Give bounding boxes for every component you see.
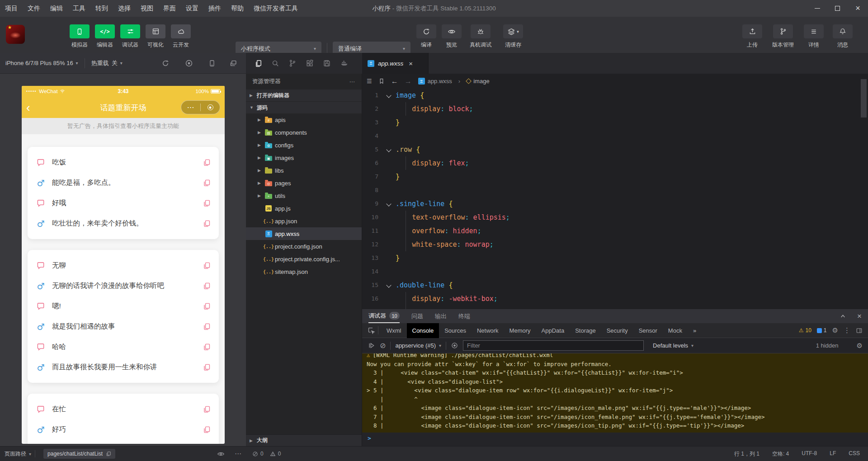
devtools-tab-Mock[interactable]: Mock bbox=[663, 323, 688, 338]
minimize-button[interactable] bbox=[807, 0, 827, 17]
file-row-app.js[interactable]: JSapp.js bbox=[246, 202, 362, 215]
tab-debugger[interactable]: 调试器 10 bbox=[368, 309, 400, 323]
multi-window-button[interactable] bbox=[229, 59, 237, 67]
code-line[interactable]: 11 overflow: hidden; bbox=[362, 224, 868, 238]
chat-row[interactable]: ♂而且故事很长我要用一生来和你讲 bbox=[28, 357, 219, 377]
menu-item-视图[interactable]: 视图 bbox=[136, 0, 158, 17]
menu-item-选择[interactable]: 选择 bbox=[113, 0, 136, 17]
toolbar-button-编译[interactable]: 编译 bbox=[414, 24, 439, 49]
menu-item-帮助[interactable]: 帮助 bbox=[226, 0, 249, 17]
menu-item-微信开发者工具[interactable]: 微信开发者工具 bbox=[249, 0, 303, 17]
more-button[interactable]: ⋯ bbox=[181, 103, 200, 112]
chat-row[interactable]: 好哦 bbox=[28, 193, 219, 213]
section-source[interactable]: ▼ 源码 bbox=[246, 102, 362, 113]
copy-icon[interactable] bbox=[203, 262, 211, 269]
tab-problems[interactable]: 问题 bbox=[411, 309, 423, 323]
toolbar-button-真机调试[interactable]: 真机调试 bbox=[464, 24, 497, 49]
code-line[interactable]: 3} bbox=[362, 116, 868, 129]
file-row-app.json[interactable]: {..}app.json bbox=[246, 215, 362, 227]
more-icon[interactable]: ⋯ bbox=[235, 450, 241, 458]
code-line[interactable]: 10 text-overflow: ellipsis; bbox=[362, 211, 868, 224]
status-item[interactable]: 空格: 4 bbox=[772, 450, 789, 458]
file-row-apis[interactable]: ▶#apis bbox=[246, 113, 362, 126]
copy-icon[interactable] bbox=[203, 343, 211, 351]
copy-icon[interactable] bbox=[203, 363, 211, 371]
status-item[interactable]: UTF-8 bbox=[802, 450, 817, 458]
devtools-tab-Network[interactable]: Network bbox=[472, 323, 504, 338]
chat-row[interactable]: 在忙 bbox=[28, 399, 219, 419]
devtools-tab-AppData[interactable]: AppData bbox=[536, 323, 570, 338]
chat-row[interactable]: 嗯! bbox=[28, 296, 219, 316]
copy-icon[interactable] bbox=[203, 159, 211, 166]
devtools-tab-Memory[interactable]: Memory bbox=[504, 323, 536, 338]
code-line[interactable]: 7} bbox=[362, 170, 868, 183]
toolbar-button-版本管理[interactable]: 版本管理 bbox=[769, 24, 797, 49]
status-item[interactable]: LF bbox=[830, 450, 836, 458]
gear-icon[interactable]: ⚙ bbox=[832, 326, 838, 334]
file-row-app.wxss[interactable]: Ξapp.wxss bbox=[246, 227, 362, 240]
dock-side-icon[interactable] bbox=[856, 327, 863, 334]
project-avatar[interactable] bbox=[6, 25, 25, 44]
toolbar-button-预览[interactable]: 预览 bbox=[439, 24, 464, 49]
toolbar-button-可视化[interactable]: 可视化 bbox=[143, 24, 168, 49]
close-icon[interactable]: × bbox=[409, 60, 413, 67]
collapse-panel-icon[interactable] bbox=[840, 313, 846, 320]
file-row-components[interactable]: ▶▤components bbox=[246, 126, 362, 139]
console-prompt[interactable]: > bbox=[362, 435, 868, 442]
copy-icon[interactable] bbox=[203, 179, 211, 187]
file-row-utils[interactable]: ▶+utils bbox=[246, 189, 362, 202]
code-line[interactable]: 15.double-line { bbox=[362, 278, 868, 292]
clear-console-icon[interactable]: ⊘ bbox=[380, 341, 386, 350]
toolbar-button-云开发[interactable]: 云开发 bbox=[168, 24, 193, 49]
code-line[interactable]: 12 white-space: nowrap; bbox=[362, 238, 868, 251]
copy-icon[interactable] bbox=[203, 426, 211, 433]
resume-icon[interactable] bbox=[368, 342, 375, 349]
code-line[interactable]: 9.single-line { bbox=[362, 197, 868, 211]
problems-errors[interactable]: 0 bbox=[252, 451, 264, 457]
toolbar-button-上传[interactable]: 上传 bbox=[740, 24, 765, 49]
menu-item-转到[interactable]: 转到 bbox=[90, 0, 113, 17]
close-icon[interactable]: × bbox=[857, 313, 862, 320]
back-icon[interactable]: ‹ bbox=[26, 99, 30, 117]
docker-button[interactable] bbox=[335, 59, 353, 67]
kebab-menu-icon[interactable]: ⋮ bbox=[844, 326, 850, 334]
menu-item-设置[interactable]: 设置 bbox=[181, 0, 203, 17]
code-line[interactable]: 16 display: -webkit-box; bbox=[362, 292, 868, 306]
code-line[interactable]: 4 bbox=[362, 129, 868, 143]
file-row-images[interactable]: ▶▣images bbox=[246, 151, 362, 164]
log-levels-select[interactable]: Default levels ▾ bbox=[653, 342, 693, 349]
menu-item-界面[interactable]: 界面 bbox=[158, 0, 181, 17]
chat-row[interactable]: ♂就是我们相遇的故事 bbox=[28, 316, 219, 337]
bookmark-icon[interactable] bbox=[378, 78, 385, 85]
warning-counter[interactable]: ⚠ 10 bbox=[799, 327, 811, 334]
code-lines[interactable]: 1image {2 display: block;3}45.row {6 dis… bbox=[362, 89, 868, 309]
copy-icon[interactable] bbox=[203, 302, 211, 310]
toolbar-button-清缓存[interactable]: ▾清缓存 bbox=[497, 24, 529, 49]
menu-item-编辑[interactable]: 编辑 bbox=[45, 0, 68, 17]
chat-row[interactable]: ♂无聊的话我讲个浪漫的故事给你听吧 bbox=[28, 276, 219, 296]
info-counter[interactable]: 1 bbox=[817, 327, 827, 334]
code-line[interactable]: 8 bbox=[362, 183, 868, 197]
maximize-button[interactable] bbox=[827, 0, 848, 17]
breadcrumb-symbol[interactable]: image bbox=[467, 78, 489, 85]
more-icon[interactable]: ⋯ bbox=[349, 78, 356, 85]
toolbar-button-编辑器[interactable]: </>编辑器 bbox=[92, 24, 118, 49]
copy-icon[interactable] bbox=[203, 220, 211, 227]
copy-icon[interactable] bbox=[203, 282, 211, 290]
tab-terminal[interactable]: 终端 bbox=[458, 309, 470, 323]
devtools-tab-Sources[interactable]: Sources bbox=[439, 323, 472, 338]
hot-reload-toggle[interactable]: 热重载 关 ▾ bbox=[91, 59, 123, 67]
code-line[interactable]: 1image { bbox=[362, 89, 868, 102]
code-line[interactable]: 17 -webkit-box-orient: vertical; bbox=[362, 306, 868, 309]
forward-arrow-icon[interactable]: → bbox=[405, 77, 412, 85]
git-button[interactable] bbox=[284, 59, 301, 67]
chat-row[interactable]: ♂好巧 bbox=[28, 419, 219, 440]
search-button[interactable] bbox=[267, 59, 284, 67]
file-row-project.config.json[interactable]: {..}project.config.json bbox=[246, 240, 362, 253]
chat-row[interactable]: 哈哈 bbox=[28, 337, 219, 357]
code-line[interactable]: 6 display: flex; bbox=[362, 156, 868, 170]
editor-scrollbar[interactable] bbox=[861, 79, 867, 118]
devtools-tab-Console[interactable]: Console bbox=[407, 323, 439, 338]
breadcrumb-file[interactable]: Ξ app.wxss bbox=[418, 78, 452, 85]
problems-warnings[interactable]: 0 bbox=[270, 451, 281, 457]
